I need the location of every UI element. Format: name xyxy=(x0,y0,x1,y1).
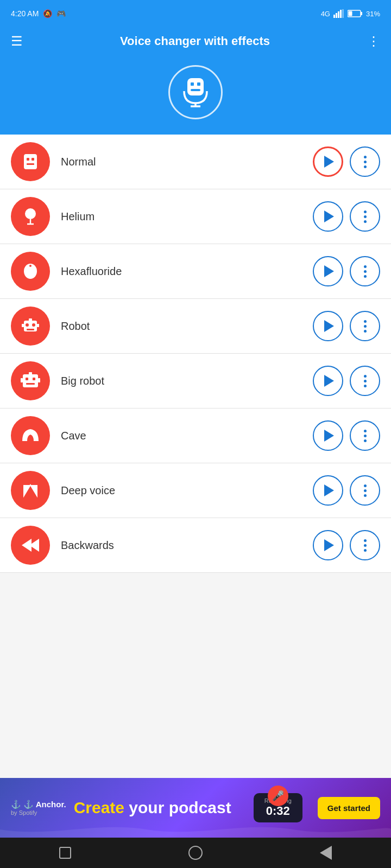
ad-banner: ⚓ ⚓ Anchor. by Spotify Create your podca… xyxy=(0,778,391,838)
get-started-button[interactable]: Get started xyxy=(318,797,380,819)
effect-actions-big-robot xyxy=(313,366,380,396)
status-right: 4G 31% xyxy=(321,9,380,18)
svg-rect-9 xyxy=(191,82,194,86)
dots-icon-big-robot xyxy=(364,375,367,387)
svg-rect-3 xyxy=(340,10,342,18)
svg-rect-30 xyxy=(37,324,39,327)
nav-home-button[interactable] xyxy=(186,843,205,863)
effect-item-cave: Cave xyxy=(0,409,391,463)
play-button-helium[interactable] xyxy=(313,201,343,232)
effect-icon-robot xyxy=(11,307,50,346)
effect-item-big-robot: Big robot xyxy=(0,354,391,409)
circle-icon xyxy=(188,846,203,860)
status-left: 4:20 AM 🔕 🎮 xyxy=(11,9,66,18)
svg-rect-8 xyxy=(187,78,204,95)
square-icon xyxy=(59,847,71,859)
svg-rect-10 xyxy=(197,82,200,86)
dots-icon-robot xyxy=(364,320,367,333)
nav-recents-button[interactable] xyxy=(55,843,75,863)
svg-rect-4 xyxy=(342,9,344,18)
effect-icon-cave xyxy=(11,416,50,455)
effect-name-normal: Normal xyxy=(61,156,313,168)
play-button-cave[interactable] xyxy=(313,420,343,451)
effect-name-helium: Helium xyxy=(61,210,313,223)
dots-icon-backwards xyxy=(364,539,367,552)
rest-text: your podcast xyxy=(124,799,231,816)
svg-rect-11 xyxy=(191,89,200,91)
effect-actions-robot xyxy=(313,311,380,341)
svg-rect-37 xyxy=(38,378,40,382)
effect-actions-backwards xyxy=(313,530,380,560)
mic-circle[interactable] xyxy=(168,65,223,119)
svg-rect-34 xyxy=(26,383,35,385)
dots-icon-deep-voice xyxy=(364,484,367,497)
more-options-button-helium[interactable] xyxy=(350,201,380,232)
effect-item-helium: Helium xyxy=(0,189,391,244)
more-options-button-cave[interactable] xyxy=(350,420,380,451)
play-button-normal[interactable] xyxy=(313,146,343,177)
effect-actions-normal xyxy=(313,146,380,177)
effect-name-backwards: Backwards xyxy=(61,539,313,552)
more-options-button-deep-voice[interactable] xyxy=(350,475,380,506)
recording-mic-icon: 🎤 xyxy=(268,786,288,806)
effect-icon-normal xyxy=(11,142,50,181)
effect-icon-big-robot xyxy=(11,361,50,400)
signal-icon xyxy=(333,9,344,18)
svg-point-22 xyxy=(29,265,31,267)
silent-icon: 🔕 xyxy=(43,9,52,18)
svg-point-18 xyxy=(25,208,36,219)
svg-rect-32 xyxy=(26,378,28,380)
effect-name-hexafluoride: Hexafluoride xyxy=(61,265,313,278)
wave-decoration xyxy=(0,821,391,838)
more-button[interactable]: ⋮ xyxy=(367,34,380,49)
play-button-deep-voice[interactable] xyxy=(313,475,343,506)
effect-actions-helium xyxy=(313,201,380,232)
svg-rect-29 xyxy=(22,324,24,327)
microphone-icon xyxy=(181,76,210,108)
play-button-backwards[interactable] xyxy=(313,530,343,560)
svg-rect-17 xyxy=(27,163,34,165)
svg-rect-14 xyxy=(24,154,37,169)
svg-rect-16 xyxy=(31,158,34,161)
anchor-sublabel: by Spotify xyxy=(11,809,66,816)
more-options-button-hexafluoride[interactable] xyxy=(350,256,380,286)
play-button-hexafluoride[interactable] xyxy=(313,256,343,286)
ad-text: Create your podcast xyxy=(74,799,238,817)
effect-icon-hexafluoride xyxy=(11,252,50,291)
svg-rect-0 xyxy=(333,15,335,18)
effects-list: Normal Helium xyxy=(0,135,391,573)
more-options-button-normal[interactable] xyxy=(350,146,380,177)
effect-item-deep-voice: Deep voice xyxy=(0,463,391,518)
play-icon-robot xyxy=(324,320,334,332)
effect-actions-cave xyxy=(313,420,380,451)
network-indicator: 4G xyxy=(321,10,330,18)
play-icon-hexafluoride xyxy=(324,265,334,277)
dots-icon-helium xyxy=(364,210,367,223)
svg-rect-2 xyxy=(338,11,339,18)
menu-button[interactable]: ☰ xyxy=(11,34,23,49)
game-icon: 🎮 xyxy=(56,9,66,18)
status-bar: 4:20 AM 🔕 🎮 4G 31% xyxy=(0,0,391,27)
play-icon-cave xyxy=(324,430,334,442)
play-button-big-robot[interactable] xyxy=(313,366,343,396)
play-button-robot[interactable] xyxy=(313,311,343,341)
svg-rect-36 xyxy=(21,378,23,382)
effect-icon-helium xyxy=(11,197,50,236)
battery-percent: 31% xyxy=(366,10,380,18)
play-icon-deep-voice xyxy=(324,484,334,496)
svg-rect-38 xyxy=(27,493,34,494)
app-header: ☰ Voice changer with effects ⋮ xyxy=(0,27,391,65)
svg-rect-7 xyxy=(348,11,352,16)
more-options-button-backwards[interactable] xyxy=(350,530,380,560)
nav-back-button[interactable] xyxy=(316,843,336,863)
triangle-icon xyxy=(320,846,332,860)
effect-name-deep-voice: Deep voice xyxy=(61,484,313,497)
effect-item-hexafluoride: Hexafluoride xyxy=(0,244,391,299)
play-icon-big-robot xyxy=(324,375,334,387)
create-text: Create xyxy=(74,799,124,816)
effect-actions-hexafluoride xyxy=(313,256,380,286)
more-options-button-big-robot[interactable] xyxy=(350,366,380,396)
play-icon-helium xyxy=(324,210,334,222)
more-options-button-robot[interactable] xyxy=(350,311,380,341)
app-title: Voice changer with effects xyxy=(23,34,367,48)
